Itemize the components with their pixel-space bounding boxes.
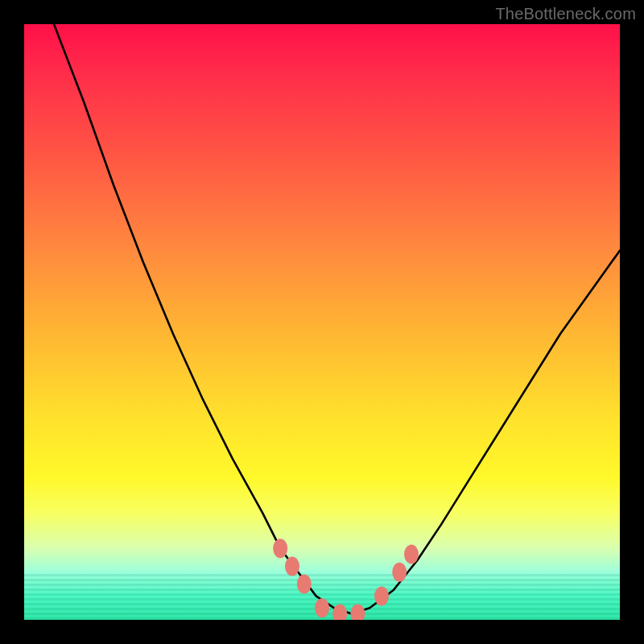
bottleneck-curve: [54, 24, 620, 614]
plot-area: [24, 24, 620, 620]
marker-left-3: [297, 575, 312, 594]
marker-bottom-2: [332, 605, 347, 620]
green-band-stripes: [24, 572, 620, 620]
curve-layer: [24, 24, 620, 620]
marker-left-2: [285, 556, 299, 576]
marker-bottom-3: [350, 605, 365, 620]
marker-right-2: [392, 563, 407, 582]
marker-bottom-1: [315, 598, 329, 617]
marker-left-1: [273, 539, 287, 558]
curve-markers: [273, 539, 419, 620]
watermark-text: TheBottleneck.com: [495, 5, 636, 23]
marker-right-1: [374, 586, 389, 605]
chart-frame: TheBottleneck.com: [0, 0, 644, 644]
marker-right-3: [404, 545, 419, 564]
